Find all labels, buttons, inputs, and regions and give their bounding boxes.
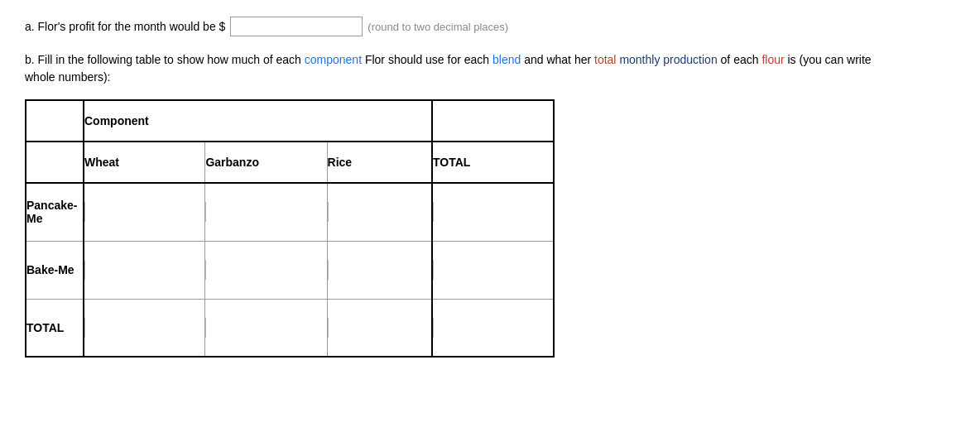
cell-pancake-total[interactable] <box>432 183 554 241</box>
blue-text-component: component <box>305 53 362 66</box>
col-header-garbanzo: Garbanzo <box>205 142 327 183</box>
input-total-total[interactable] <box>433 318 553 338</box>
row-label-total: TOTAL <box>26 299 84 357</box>
blue-text-blend: blend <box>492 53 521 66</box>
line-b-text: b. Fill in the following table to show h… <box>25 53 872 84</box>
col-header-wheat: Wheat <box>84 142 205 183</box>
darkblue-text-monthly: monthly production <box>619 53 717 66</box>
col-header-total: TOTAL <box>432 142 554 183</box>
input-pancake-wheat[interactable] <box>84 202 204 222</box>
cell-bake-wheat[interactable] <box>84 241 205 299</box>
header-empty-topleft <box>26 100 84 142</box>
input-bake-rice[interactable] <box>328 260 431 280</box>
header-row-1: Component <box>26 100 554 142</box>
cell-total-garbanzo[interactable] <box>205 299 327 357</box>
input-pancake-total[interactable] <box>433 202 553 222</box>
row-total: TOTAL <box>26 299 554 357</box>
cell-total-total[interactable] <box>432 299 554 357</box>
cell-pancake-garbanzo[interactable] <box>205 183 327 241</box>
input-total-rice[interactable] <box>328 318 431 338</box>
col-header-rice: Rice <box>327 142 432 183</box>
blend-table: Component Wheat Garbanzo Rice TOTAL Panc… <box>25 99 555 358</box>
input-bake-garbanzo[interactable] <box>205 260 326 280</box>
header-row-label-blank <box>26 142 84 183</box>
input-pancake-garbanzo[interactable] <box>205 202 326 222</box>
line-b-container: b. Fill in the following table to show h… <box>25 51 955 86</box>
line-a-prefix: a. Flor's profit for the month would be … <box>25 20 225 33</box>
input-total-wheat[interactable] <box>84 318 204 338</box>
cell-bake-total[interactable] <box>432 241 554 299</box>
row-label-bake: Bake-Me <box>26 241 84 299</box>
cell-pancake-rice[interactable] <box>327 183 432 241</box>
row-label-pancake: Pancake-Me <box>26 183 84 241</box>
red-text-total: total <box>594 53 616 66</box>
red-text-flour: flour <box>761 53 784 66</box>
cell-bake-rice[interactable] <box>327 241 432 299</box>
input-pancake-rice[interactable] <box>328 202 431 222</box>
line-a-container: a. Flor's profit for the month would be … <box>25 17 955 36</box>
cell-pancake-wheat[interactable] <box>84 183 205 241</box>
cell-total-wheat[interactable] <box>84 299 205 357</box>
cell-bake-garbanzo[interactable] <box>205 241 327 299</box>
profit-input[interactable] <box>230 17 363 36</box>
header-row-2: Wheat Garbanzo Rice TOTAL <box>26 142 554 183</box>
line-a-suffix: (round to two decimal places) <box>368 21 508 33</box>
component-header: Component <box>84 100 432 142</box>
cell-total-rice[interactable] <box>327 299 432 357</box>
input-bake-wheat[interactable] <box>84 260 204 280</box>
header-empty-topright <box>432 100 554 142</box>
row-pancake: Pancake-Me <box>26 183 554 241</box>
input-bake-total[interactable] <box>433 260 553 280</box>
row-bake: Bake-Me <box>26 241 554 299</box>
input-total-garbanzo[interactable] <box>205 318 326 338</box>
